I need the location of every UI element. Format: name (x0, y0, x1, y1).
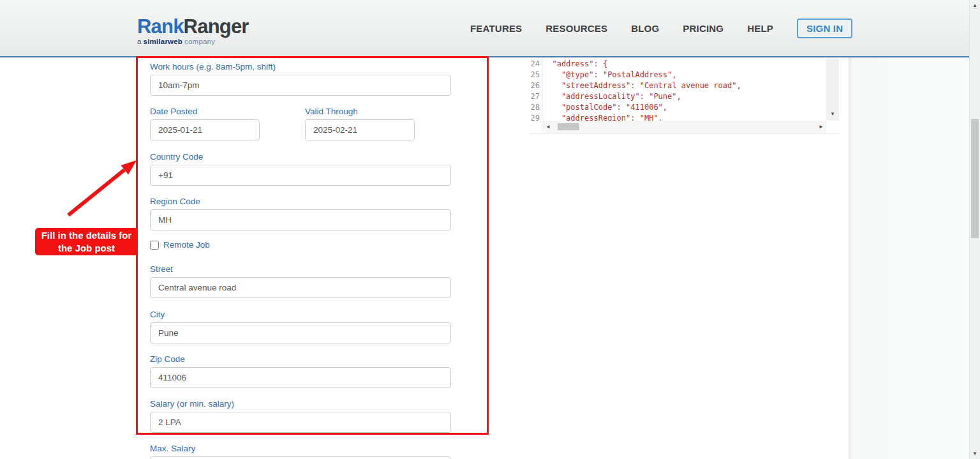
line-number: 26 (530, 80, 542, 91)
annotation-callout: Fill in the details for the Job post (35, 228, 138, 255)
date-posted-label: Date Posted (150, 107, 260, 116)
code-line: "addressRegion": "MH", (543, 113, 826, 121)
field-valid-through: Valid Through (305, 107, 415, 140)
field-region-code: Region Code (150, 197, 451, 230)
code-text-area[interactable]: "address": { "@type": "PostalAddress", "… (543, 59, 826, 121)
salary-input[interactable] (150, 412, 451, 433)
main-navigation: FEATURES RESOURCES BLOG PRICING HELP SIG… (470, 0, 852, 56)
browser-scrollbar[interactable]: ▲ ▼ (969, 0, 980, 459)
zip-code-input[interactable] (150, 367, 451, 388)
street-input[interactable] (150, 277, 451, 298)
street-label: Street (150, 264, 451, 274)
scroll-down-icon[interactable]: ▼ (970, 451, 980, 456)
city-input[interactable] (150, 322, 451, 343)
field-max-salary: Max. Salary (150, 444, 451, 459)
work-hours-label: Work hours (e.g. 8am-5pm, shift) (150, 62, 451, 71)
field-remote-job: Remote Job (150, 240, 210, 250)
valid-through-input[interactable] (305, 119, 415, 140)
code-line: "addressLocality": "Pune", (543, 91, 826, 102)
annotation-text-line2: the Job post (35, 242, 138, 255)
logo-wordmark: RankRanger (137, 17, 249, 37)
city-label: City (150, 310, 451, 319)
salary-label: Salary (or min. salary) (150, 399, 451, 409)
date-posted-input[interactable] (150, 119, 260, 140)
field-work-hours: Work hours (e.g. 8am-5pm, shift) (150, 62, 451, 96)
nav-item-resources[interactable]: RESOURCES (546, 23, 607, 34)
horizontal-scroll-thumb[interactable] (558, 123, 579, 130)
remote-job-label: Remote Job (163, 240, 210, 250)
annotation-arrow-icon (61, 156, 140, 220)
scroll-left-icon[interactable]: ◄ (543, 121, 553, 133)
scroll-up-icon[interactable]: ▲ (970, 3, 980, 8)
line-number: 25 (530, 70, 542, 80)
line-number: 29 (530, 113, 542, 124)
code-line: "streetAddress": "Central avenue road", (543, 80, 826, 91)
field-date-posted: Date Posted (150, 107, 260, 140)
vertical-scroll-thumb[interactable] (971, 119, 979, 238)
panel-horizontal-scrollbar[interactable]: ◄ ► (543, 121, 826, 133)
code-line: "postalCode": "411006", (543, 102, 826, 113)
scroll-down-icon[interactable]: ▼ (826, 111, 839, 117)
sign-in-button[interactable]: SIGN IN (797, 19, 852, 38)
json-code-panel: 24 25 26 27 28 29 "address": { "@type": … (530, 57, 839, 133)
line-number: 27 (530, 91, 542, 102)
nav-item-help[interactable]: HELP (747, 23, 773, 34)
logo-tagline: asimilarwebcompany (137, 38, 249, 45)
field-salary: Salary (or min. salary) (150, 399, 451, 433)
field-country-code: Country Code (150, 152, 451, 186)
country-code-input[interactable] (150, 165, 451, 186)
country-code-label: Country Code (150, 152, 451, 162)
code-line: "@type": "PostalAddress", (543, 70, 826, 80)
max-salary-input[interactable] (150, 456, 451, 459)
remote-job-checkbox[interactable] (150, 241, 159, 250)
valid-through-label: Valid Through (305, 107, 415, 116)
line-number: 28 (530, 102, 542, 113)
panel-vertical-scrollbar[interactable]: ▼ (826, 59, 839, 121)
nav-item-blog[interactable]: BLOG (631, 23, 659, 34)
zip-code-label: Zip Code (150, 354, 451, 364)
field-street: Street (150, 264, 451, 298)
annotation-text-line1: Fill in the details for (35, 229, 138, 242)
similarweb-brand: similarweb (144, 38, 182, 45)
line-number: 24 (530, 59, 542, 70)
field-zip-code: Zip Code (150, 354, 451, 388)
rankranger-logo[interactable]: RankRanger asimilarwebcompany (137, 17, 249, 45)
scroll-right-icon[interactable]: ► (816, 121, 826, 133)
field-city: City (150, 310, 451, 343)
work-hours-input[interactable] (150, 75, 451, 96)
region-code-input[interactable] (150, 209, 451, 230)
content-right-gutter (849, 57, 969, 459)
line-number-gutter: 24 25 26 27 28 29 (530, 59, 542, 132)
site-header: RankRanger asimilarwebcompany FEATURES R… (0, 0, 980, 57)
logo-ranger: Ranger (184, 15, 249, 38)
region-code-label: Region Code (150, 197, 451, 206)
max-salary-label: Max. Salary (150, 444, 451, 453)
nav-item-pricing[interactable]: PRICING (683, 23, 724, 34)
code-line: "address": { (543, 59, 826, 70)
nav-item-features[interactable]: FEATURES (470, 23, 522, 34)
logo-rank: Rank (137, 15, 184, 38)
